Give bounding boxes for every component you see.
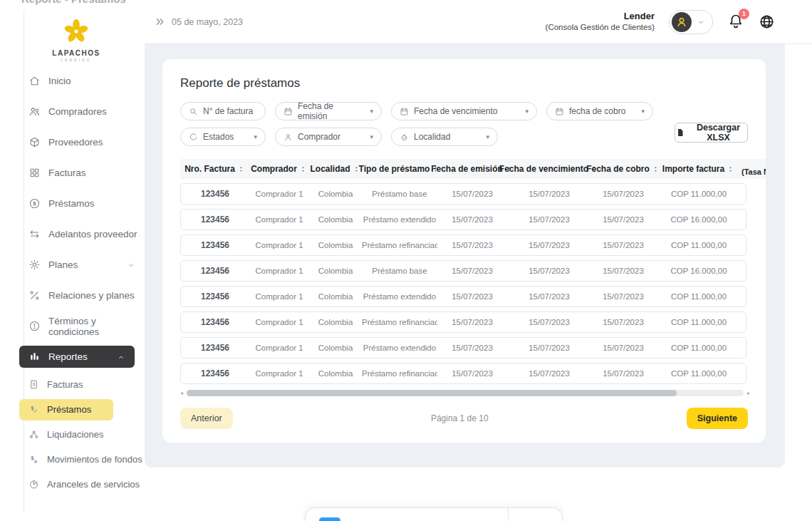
receipt-icon: $ (28, 379, 39, 390)
table-row[interactable]: 123456Comprador 1ColombiaPréstamo base15… (180, 260, 746, 282)
sidebar-item-relaciones-y-planes[interactable]: Relaciones y planes (19, 280, 145, 311)
column-header-fecha-de-vencimiento[interactable]: Fecha de vencimiento (506, 164, 590, 174)
table-row[interactable]: 123456Comprador 1ColombiaPréstamo extend… (180, 337, 746, 358)
sidebar-nav: InicioCompradoresProveedoresFacturas$Pré… (19, 66, 145, 497)
cell-tipo-de-prestamo: Préstamo refinanciado (362, 241, 437, 249)
column-header-tipo-de-prestamo[interactable]: Tipo de préstamo (361, 164, 437, 174)
cell-fecha-de-vencimiento: 15/07/2023 (507, 241, 591, 249)
sidebar-item-terminos-y-condiciones[interactable]: Términos y condiciones (19, 311, 145, 341)
cell-importe-factura: COP 11.000,00 (655, 318, 742, 326)
sidebar-item-reportes[interactable]: Reportes (19, 346, 135, 368)
caret-down-icon: ▾ (370, 108, 373, 115)
scroll-right-icon[interactable]: ▸ (747, 390, 750, 396)
column-header-importe-factura[interactable]: Importe factura (655, 164, 741, 174)
table-row[interactable]: 123456Comprador 1ColombiaPréstamo extend… (180, 286, 746, 307)
cell-fecha-de-emision: 15/07/2023 (437, 241, 507, 249)
user-menu-button[interactable] (669, 10, 713, 34)
blue-pill-button[interactable] (319, 517, 340, 521)
cell-importe-factura: COP 11.000,00 (655, 344, 742, 352)
column-header-fecha-de-emision[interactable]: Fecha de emisión (437, 164, 506, 174)
cell-fecha-de-vencimiento: 15/07/2023 (507, 292, 591, 301)
sidebar-item-label: Proveedores (48, 137, 103, 148)
sidebar-subitem-facturas[interactable]: $Facturas (19, 372, 145, 397)
table-row[interactable]: 123456Comprador 1ColombiaPréstamo refina… (180, 363, 746, 384)
sidebar-item-label: Préstamos (48, 198, 95, 209)
column-label: Tipo de préstamo (359, 164, 430, 174)
table-row[interactable]: 123456Comprador 1ColombiaPréstamo extend… (180, 209, 746, 230)
bottom-sheet-divider (508, 508, 509, 521)
page-info: Página 1 de 10 (233, 413, 687, 423)
content-area: Reporte de préstamos N° de facturaFecha … (145, 44, 785, 468)
svg-text:$: $ (31, 406, 33, 411)
cell-importe-factura: COP 11.000,00 (655, 292, 742, 301)
sidebar-subitem-liquidaciones[interactable]: Liquidaciones (19, 422, 145, 447)
cell-comprador: Comprador 1 (249, 292, 309, 301)
cell-nro-factura: 123456 (181, 343, 249, 353)
filter-fecha-de-cobro[interactable]: fecha de cobro▾ (546, 102, 653, 120)
column-header-nro-factura[interactable]: Nro. Factura (180, 164, 249, 174)
sidebar-item-prestamos[interactable]: $Préstamos (19, 188, 145, 219)
person-icon (283, 133, 293, 142)
sidebar-subitem-movimientos-de-fondos[interactable]: $Movimientos de fondos (19, 447, 145, 472)
scrollbar-track[interactable] (187, 390, 744, 396)
sidebar-item-facturas[interactable]: Facturas (19, 158, 145, 188)
pagination: Anterior Página 1 de 10 Siguiente (180, 408, 748, 429)
sidebar-item-label: Inicio (48, 76, 71, 86)
relations-icon (28, 289, 41, 301)
filter-estados[interactable]: Estados▾ (180, 128, 266, 146)
loans-table: Nro. FacturaCompradorLocalidadTipo de pr… (180, 159, 766, 396)
cell-nro-factura: 123456 (181, 240, 249, 250)
cell-comprador: Comprador 1 (249, 318, 309, 326)
column-header-fecha-de-cobro[interactable]: Fecha de cobro (590, 164, 655, 174)
table-row[interactable]: 123456Comprador 1ColombiaPréstamo base15… (180, 183, 746, 205)
sidebar-item-proveedores[interactable]: Proveedores (19, 127, 145, 158)
cell-localidad: Colombia (309, 267, 362, 275)
flower-logo-icon (59, 17, 93, 46)
cell-localidad: Colombia (309, 190, 362, 198)
logo-tagline: LENDING (37, 58, 115, 62)
previous-page-button[interactable]: Anterior (180, 408, 233, 429)
sidebar-item-label: Planes (48, 259, 78, 270)
collapse-sidebar-icon[interactable] (155, 16, 165, 27)
cell-fecha-de-cobro: 15/07/2023 (591, 267, 655, 275)
filter-fecha-de-emision[interactable]: Fecha de emisión▾ (275, 102, 382, 120)
column-header-comprador[interactable]: Comprador (249, 164, 308, 174)
column-header-tasa-n: (Tasa N (741, 167, 766, 179)
cell-comprador: Comprador 1 (249, 344, 309, 352)
sidebar-item-adelantos-proveedor[interactable]: Adelantos proveedor (19, 219, 145, 249)
sidebar-item-inicio[interactable]: Inicio (19, 66, 145, 96)
filter-comprador[interactable]: Comprador▾ (275, 128, 382, 146)
table-row[interactable]: 123456Comprador 1ColombiaPréstamo refina… (180, 234, 746, 256)
column-label: Importe factura (662, 164, 724, 174)
filter-n-de-factura[interactable]: N° de factura (180, 102, 266, 120)
scrollbar-thumb[interactable] (187, 390, 677, 396)
download-xlsx-button[interactable]: Descargar XLSX (675, 123, 748, 143)
cell-fecha-de-emision: 15/07/2023 (437, 292, 507, 301)
globe-icon[interactable] (759, 14, 775, 30)
sidebar-item-label: Términos y condiciones (48, 316, 145, 337)
column-label: (Tasa N (741, 167, 766, 176)
horizontal-scrollbar[interactable]: ◂ ▸ (180, 390, 750, 396)
sidebar-subitem-aranceles-de-servicios[interactable]: Aranceles de servicios (19, 472, 145, 497)
table-row[interactable]: 123456Comprador 1ColombiaPréstamo refina… (180, 311, 746, 333)
filter-localidad[interactable]: Localidad▾ (391, 128, 498, 146)
filter-label: fecha de cobro (569, 106, 625, 116)
filter-fecha-de-vencimiento[interactable]: Fecha de vencimiento▾ (391, 102, 537, 120)
next-page-button[interactable]: Siguiente (687, 408, 748, 429)
calendar-icon (283, 107, 293, 116)
cell-fecha-de-vencimiento: 15/07/2023 (507, 215, 591, 224)
sidebar-item-compradores[interactable]: Compradores (19, 96, 145, 127)
caret-down-icon: ▾ (641, 108, 645, 115)
loan-check-icon: $ (28, 404, 39, 415)
cell-comprador: Comprador 1 (249, 369, 309, 378)
sidebar-item-planes[interactable]: Planes (19, 249, 145, 280)
column-header-localidad[interactable]: Localidad (308, 164, 361, 174)
cell-fecha-de-vencimiento: 15/07/2023 (507, 369, 591, 378)
invoices-icon (28, 167, 41, 179)
calendar-icon (400, 107, 409, 116)
sidebar-item-label: Adelantos proveedor (48, 229, 137, 239)
sidebar-subitem-prestamos[interactable]: $Préstamos (19, 399, 113, 421)
cell-nro-factura: 123456 (181, 317, 249, 327)
scroll-left-icon[interactable]: ◂ (180, 390, 183, 396)
notifications-button[interactable]: 1 (727, 12, 744, 32)
